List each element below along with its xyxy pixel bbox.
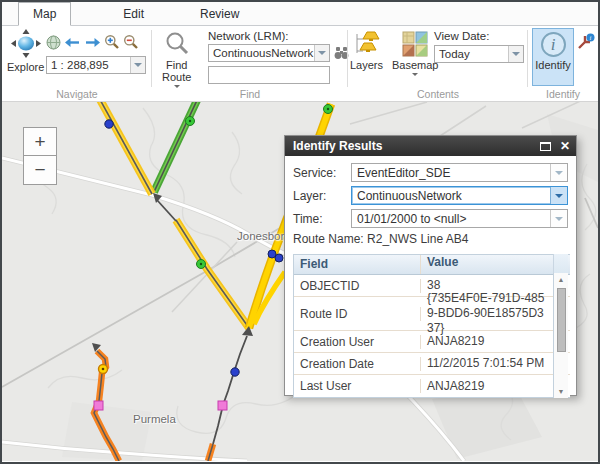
field-cell: Creation Date (294, 357, 421, 371)
group-navigate: Explore (2, 26, 152, 101)
service-label: Service: (293, 166, 351, 180)
group-contents: Layers Basemap (348, 26, 528, 101)
field-cell: Last User (294, 379, 421, 393)
field-cell: Creation User (294, 335, 421, 349)
blue-point-marker (231, 368, 239, 376)
value-cell: 11/2/2015 7:01:54 PM (421, 356, 556, 371)
value-cell: ANJA8219 (421, 379, 556, 394)
identify-group-label: Identify (528, 88, 598, 100)
network-value: ContinuousNetwork (209, 47, 314, 59)
maximize-icon[interactable] (540, 142, 551, 151)
route-name-line: Route Name: R2_NWS Line AB4 (293, 232, 568, 250)
scroll-down-icon[interactable]: ▼ (558, 385, 565, 398)
full-extent-globe-icon[interactable] (46, 35, 61, 50)
view-date-dropdown-button[interactable] (508, 46, 523, 62)
map-zoom-in-button[interactable]: + (23, 127, 57, 156)
svg-text:i: i (590, 34, 592, 41)
find-route-label-line1: Find (166, 59, 187, 71)
value-cell: {735E4F0E-791D-4859-BDD6-90E18575D337} (421, 291, 556, 336)
scrollbar-thumb[interactable] (557, 288, 566, 352)
map-zoom-control: + − (23, 127, 57, 185)
identify-results-titlebar[interactable]: Identify Results ✕ (285, 136, 576, 156)
layers-button[interactable]: Layers (350, 31, 383, 71)
route-name-value: R2_NWS Line AB4 (367, 232, 468, 246)
time-value: 01/01/2000 to <null> (352, 212, 550, 226)
table-row[interactable]: Creation Date 11/2/2015 7:01:54 PM (294, 353, 570, 375)
route-arrow-segment-south (208, 326, 253, 461)
find-route-label-line2: Route (162, 71, 191, 83)
ribbon: Explore (2, 26, 598, 102)
map-scale-combobox[interactable]: 1 : 288,895 (46, 56, 146, 74)
layer-dropdown-button[interactable] (550, 187, 567, 204)
find-group-label: Find (152, 88, 348, 100)
explore-pan-icon (10, 29, 42, 61)
layers-toc-icon (353, 31, 381, 59)
map-scale-value: 1 : 288,895 (47, 59, 130, 71)
route-search-input[interactable] (208, 66, 330, 84)
next-extent-icon[interactable] (84, 35, 101, 50)
scroll-up-icon[interactable]: ▲ (558, 273, 565, 286)
contents-group-label: Contents (348, 88, 528, 100)
route-yellow-selected[interactable] (98, 102, 249, 328)
previous-extent-icon[interactable] (64, 35, 81, 50)
field-column-header: Field (294, 255, 421, 274)
tab-edit[interactable]: Edit (109, 3, 158, 25)
view-date-label: View Date: (434, 30, 489, 42)
time-combobox[interactable]: 01/01/2000 to <null> (351, 209, 568, 228)
map-scale-dropdown-button[interactable] (130, 57, 145, 73)
identify-info-icon: i (541, 32, 566, 57)
attributes-table-wrap: Field Value OBJECTID 38 Route ID {735E4F… (293, 254, 568, 398)
layer-label: Layer: (293, 189, 351, 203)
app-window: Map Edit Review (0, 0, 600, 464)
view-date-combobox[interactable]: Today (434, 45, 524, 63)
blue-point-marker (105, 120, 113, 128)
find-route-magnifier-icon (164, 31, 190, 59)
pink-square-marker (94, 401, 103, 410)
identify-results-panel: Identify Results ✕ Service: EventEditor_… (284, 135, 577, 396)
service-dropdown-button[interactable] (550, 164, 567, 181)
find-route-button[interactable]: Find Route (162, 31, 191, 88)
explore-label: Explore (7, 61, 44, 73)
zoom-out-icon[interactable] (123, 34, 139, 50)
route-name-label: Route Name: (293, 232, 364, 246)
map-viewport[interactable]: Jonesboro Purmela + − Identify Results ✕… (2, 102, 598, 461)
network-combobox[interactable]: ContinuousNetwork (208, 44, 330, 62)
tab-review[interactable]: Review (186, 3, 253, 25)
network-lrm-label: Network (LRM): (208, 30, 289, 42)
group-identify: i Identify i Identify (528, 26, 598, 101)
attributes-table: Field Value OBJECTID 38 Route ID {735E4F… (293, 254, 570, 398)
table-row[interactable]: Last User ANJA8219 (294, 375, 570, 397)
close-icon[interactable]: ✕ (560, 140, 570, 152)
identify-button[interactable]: i Identify (532, 28, 574, 86)
service-combobox[interactable]: EventEditor_SDE (351, 163, 568, 182)
zoom-in-icon[interactable] (104, 34, 120, 50)
identify-results-title: Identify Results (293, 139, 382, 153)
layer-combobox[interactable]: ContinuousNetwork (351, 186, 568, 205)
table-scrollbar[interactable]: ▲ ▼ (553, 273, 568, 398)
pink-square-marker (218, 401, 227, 410)
basemap-tiles-icon (402, 31, 428, 59)
map-zoom-out-button[interactable]: − (23, 156, 57, 185)
ribbon-tabstrip: Map Edit Review (2, 2, 598, 26)
time-label: Time: (293, 212, 351, 226)
network-dropdown-button[interactable] (314, 45, 329, 61)
basemap-button[interactable]: Basemap (392, 31, 438, 76)
binoculars-search-icon[interactable] (334, 46, 349, 64)
place-label-jonesboro: Jonesboro (237, 230, 291, 242)
navigate-group-label: Navigate (2, 88, 152, 100)
basemap-label: Basemap (392, 59, 438, 71)
field-cell: OBJECTID (294, 279, 421, 293)
value-column-header: Value (421, 255, 556, 274)
route-green[interactable] (154, 102, 199, 192)
time-dropdown-button[interactable] (550, 210, 567, 227)
service-value: EventEditor_SDE (352, 166, 550, 180)
tab-map[interactable]: Map (18, 2, 71, 26)
layer-value: ContinuousNetwork (352, 189, 550, 203)
group-find: Find Route Network (LRM): ContinuousNetw… (152, 26, 348, 101)
table-row[interactable]: Creation User ANJA8219 (294, 331, 570, 353)
basemap-dropdown-arrow-icon[interactable] (412, 73, 418, 76)
place-label-purmela: Purmela (133, 413, 176, 425)
table-row[interactable]: Route ID {735E4F0E-791D-4859-BDD6-90E185… (294, 297, 570, 331)
identify-route-location-icon[interactable]: i (577, 33, 595, 55)
explore-button[interactable]: Explore (7, 29, 44, 73)
